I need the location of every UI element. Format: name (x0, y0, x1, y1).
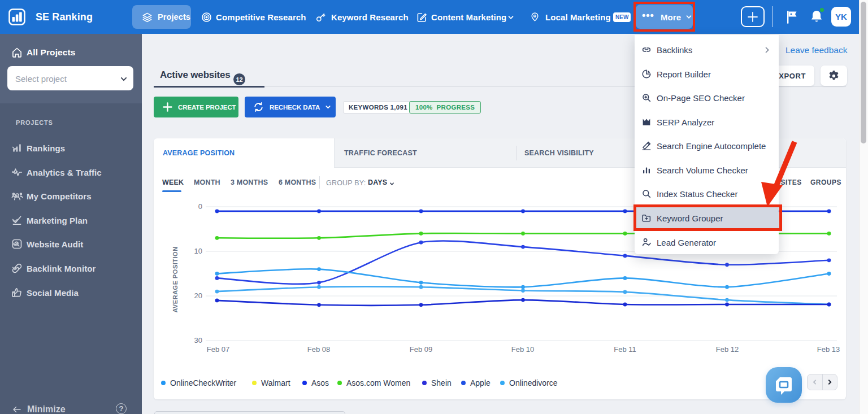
svg-text:0: 0 (198, 202, 202, 211)
svg-text:Feb 10: Feb 10 (511, 345, 534, 354)
svg-text:30: 30 (194, 336, 202, 345)
svg-text:AVERAGE POSITION: AVERAGE POSITION (172, 246, 179, 312)
svg-text:Feb 08: Feb 08 (307, 345, 330, 354)
svg-text:Feb 13: Feb 13 (817, 345, 840, 354)
svg-text:Feb 09: Feb 09 (410, 345, 432, 354)
svg-text:Feb 12: Feb 12 (716, 345, 739, 354)
svg-text:10: 10 (194, 247, 202, 255)
svg-text:Feb 07: Feb 07 (207, 345, 229, 354)
svg-text:Feb 11: Feb 11 (614, 345, 636, 354)
svg-text:20: 20 (194, 291, 202, 300)
